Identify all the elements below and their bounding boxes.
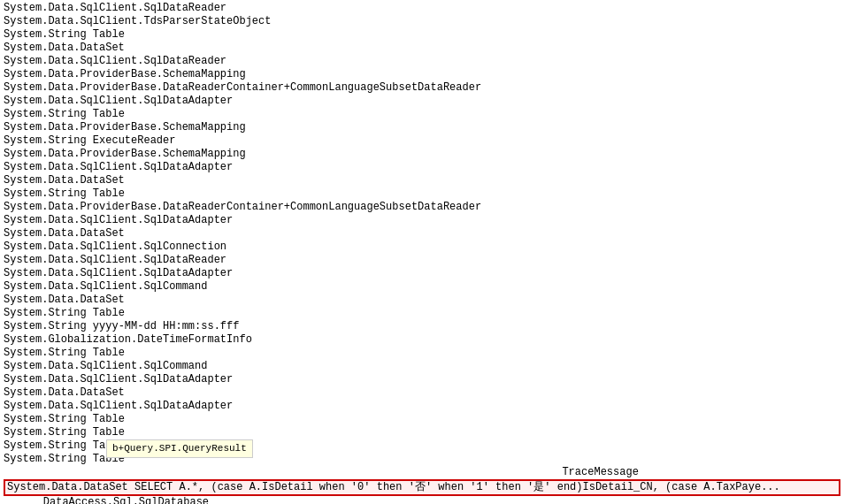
line-10: System.Data.ProviderBase.SchemaMapping bbox=[4, 121, 840, 134]
line-29: System.Data.SqlClient.SqlDataAdapter bbox=[4, 373, 840, 386]
highlight-sql-text: SELECT A.*, (case A.IsDetail when '0' th… bbox=[128, 481, 780, 493]
trace-message-row: TraceMessage bbox=[4, 466, 840, 479]
line-7: System.Data.ProviderBase.DataReaderConta… bbox=[4, 81, 840, 95]
line-27: System.String Table bbox=[4, 347, 840, 360]
highlight-sql-row: System.Data.DataSet SELECT A.*, (case A.… bbox=[4, 479, 840, 496]
line-31: System.Data.SqlClient.SqlDataAdapter bbox=[4, 400, 840, 413]
line-30: System.Data.DataSet bbox=[4, 386, 840, 400]
line-11: System.String ExecuteReader bbox=[4, 134, 840, 148]
line-13: System.Data.SqlClient.SqlDataAdapter bbox=[4, 161, 840, 174]
line-18: System.Data.DataSet bbox=[4, 227, 840, 241]
line-5: System.Data.SqlClient.SqlDataReader bbox=[4, 55, 840, 68]
highlight-prefix: System.Data.DataSet bbox=[7, 481, 128, 493]
line-12: System.Data.ProviderBase.SchemaMapping bbox=[4, 148, 840, 161]
line-28: System.Data.SqlClient.SqlCommand bbox=[4, 360, 840, 373]
line-2: System.Data.SqlClient.TdsParserStateObje… bbox=[4, 15, 840, 28]
tooltip-label: b+Query.SPI.QueryResult bbox=[112, 443, 247, 454]
line-19: System.Data.SqlClient.SqlConnection bbox=[4, 241, 840, 254]
line-16: System.Data.ProviderBase.DataReaderConta… bbox=[4, 201, 840, 214]
line-9: System.String Table bbox=[4, 108, 840, 121]
sub-line-1: DataAccess.Sql.SqlDatabase bbox=[4, 496, 840, 504]
line-23: System.Data.DataSet bbox=[4, 294, 840, 307]
line-25: System.String yyyy-MM-dd HH:mm:ss.fff bbox=[4, 320, 840, 333]
line-21: System.Data.SqlClient.SqlDataAdapter bbox=[4, 267, 840, 280]
line-6: System.Data.ProviderBase.SchemaMapping bbox=[4, 68, 840, 81]
line-8: System.Data.SqlClient.SqlDataAdapter bbox=[4, 95, 840, 108]
line-22: System.Data.SqlClient.SqlCommand bbox=[4, 280, 840, 294]
line-4: System.Data.DataSet bbox=[4, 42, 840, 55]
line-15: System.String Table bbox=[4, 187, 840, 201]
code-output: System.Data.SqlClient.SqlDataReader Syst… bbox=[0, 0, 844, 504]
line-24: System.String Table bbox=[4, 307, 840, 320]
line-33: System.String Table bbox=[4, 426, 840, 439]
line-20: System.Data.SqlClient.SqlDataReader bbox=[4, 254, 840, 267]
line-26: System.Globalization.DateTimeFormatInfo bbox=[4, 333, 840, 347]
tooltip-box: b+Query.SPI.QueryResult bbox=[106, 439, 253, 458]
trace-message-label: TraceMessage bbox=[562, 466, 638, 478]
line-32: System.String Table bbox=[4, 413, 840, 426]
line-17: System.Data.SqlClient.SqlDataAdapter bbox=[4, 214, 840, 227]
line-3: System.String Table bbox=[4, 28, 840, 42]
line-1: System.Data.SqlClient.SqlDataReader bbox=[4, 2, 840, 15]
line-14: System.Data.DataSet bbox=[4, 174, 840, 187]
